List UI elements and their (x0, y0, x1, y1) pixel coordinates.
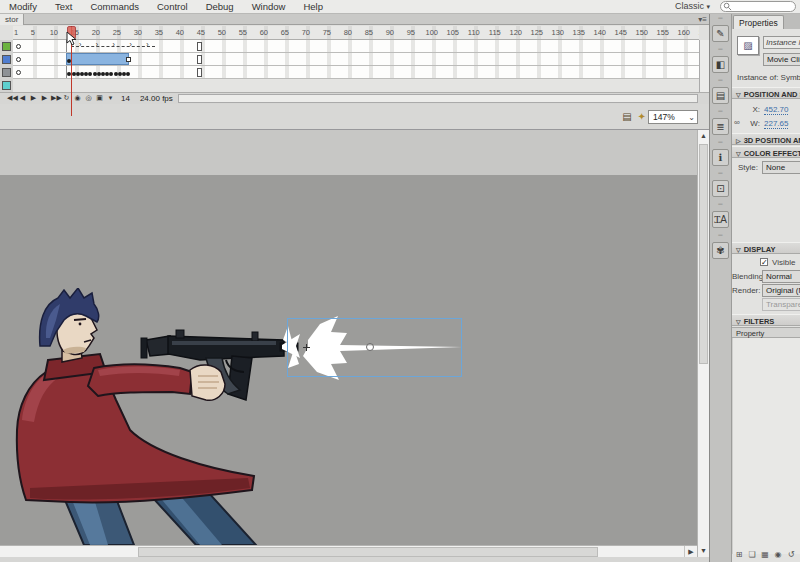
timeline-horizontal-scrollbar[interactable] (178, 94, 698, 103)
ruler-frame-35: 35 (151, 28, 167, 37)
frame-row-layer3[interactable] (13, 66, 699, 79)
add-filter-button[interactable]: ⊞ (734, 550, 744, 559)
ruler-frame-30: 30 (130, 28, 146, 37)
section-filters[interactable]: ▽FILTERS (732, 314, 800, 326)
menu-commands[interactable]: Commands (81, 1, 148, 12)
span-end-bracket (197, 55, 202, 64)
frame-row-layer4[interactable] (13, 79, 699, 92)
layer-outline-swatch-3[interactable] (2, 68, 11, 77)
color-panel-icon[interactable]: ◧ (712, 56, 729, 73)
transformation-point[interactable] (366, 343, 374, 351)
ruler-frame-120: 120 (508, 28, 524, 37)
render-select[interactable]: Original (N (762, 284, 800, 297)
frame-row-layer1[interactable]: ››››› (13, 40, 699, 53)
edit-scene-button[interactable]: ▤ (622, 111, 631, 122)
section-color-effect[interactable]: ▽COLOR EFFECT (732, 146, 800, 158)
selected-frame-span[interactable] (66, 53, 129, 65)
chevron-down-icon: ⌄ (688, 111, 695, 124)
ruler-frame-45: 45 (193, 28, 209, 37)
clipboard-button[interactable]: ▦ (760, 550, 770, 559)
edit-multiple-frames-button[interactable]: ▣ (94, 93, 105, 103)
section-position-size[interactable]: ▽POSITION AND SIZE (732, 87, 800, 99)
selection-bounding-box[interactable] (287, 318, 462, 377)
w-value[interactable]: 227.65 (764, 119, 788, 129)
deco-brush-icon[interactable]: ✎ (712, 25, 729, 42)
symbol-thumbnail[interactable]: ▨ (737, 36, 759, 55)
stage-horizontal-scrollbar[interactable]: ▶ (0, 545, 697, 557)
ruler-frame-125: 125 (529, 28, 545, 37)
menu-modify[interactable]: Modify (0, 1, 46, 12)
step-forward-button[interactable]: ▶ (39, 93, 50, 103)
menu-control[interactable]: Control (148, 1, 197, 12)
frame-rate[interactable]: 24.00 fps (140, 94, 173, 103)
search-input[interactable] (720, 1, 796, 12)
layer-outline-swatch-2[interactable] (2, 55, 11, 64)
vscroll-up-arrow[interactable]: ▲ (698, 130, 709, 142)
blending-select[interactable]: Normal (762, 270, 800, 283)
layer-outline-swatch-1[interactable] (2, 42, 11, 51)
hscroll-thumb[interactable] (138, 547, 598, 557)
tab-properties[interactable]: Properties (733, 15, 784, 29)
ruler-frame-85: 85 (361, 28, 377, 37)
first-frame-button[interactable]: ◀◀ (6, 93, 17, 103)
menu-window[interactable]: Window (243, 1, 295, 12)
menu-bar: ModifyTextCommandsControlDebugWindowHelp… (0, 0, 800, 14)
onion-outline-button[interactable]: ◎ (83, 93, 94, 103)
instance-name-field[interactable]: Instance N (763, 36, 800, 49)
ruler-frame-160: 160 (676, 28, 692, 37)
ruler-frame-60: 60 (256, 28, 272, 37)
frame-row-layer2[interactable] (13, 53, 699, 66)
section-3d-position[interactable]: ▷3D POSITION AND VI (732, 133, 800, 145)
vscroll-thumb[interactable] (699, 144, 708, 364)
document-tab[interactable]: stor (0, 14, 24, 25)
properties-panel: Properties ▨ Instance N Movie Clip Insta… (732, 14, 800, 562)
filters-list[interactable] (732, 338, 800, 554)
reset-filter-button[interactable]: ↺ (786, 550, 796, 559)
section-display[interactable]: ▽DISPLAY (732, 242, 800, 254)
x-value[interactable]: 452.70 (764, 105, 788, 115)
enable-filter-button[interactable]: ◉ (773, 550, 783, 559)
docked-panel-rail: ═✎═◧═▤═≣═ℹ═⊡═ꞮA═✾ (709, 14, 732, 562)
document-tab-strip: stor ▾≡ (0, 14, 710, 25)
modify-markers-button[interactable]: ▾ (105, 93, 116, 103)
stage-vertical-scrollbar[interactable]: ▲ ▼ (697, 130, 709, 557)
step-back-button[interactable]: ◀ (17, 93, 28, 103)
instance-of-value: Symbol 2 (781, 73, 800, 82)
library-panel-icon[interactable]: ▤ (712, 87, 729, 104)
ruler-frame-140: 140 (592, 28, 608, 37)
transform-panel-icon[interactable]: ⊡ (712, 180, 729, 197)
layer-outline-swatch-4[interactable] (2, 81, 11, 90)
menu-text[interactable]: Text (46, 1, 81, 12)
align-panel-icon[interactable]: ≣ (712, 118, 729, 135)
hscroll-right-arrow[interactable]: ▶ (684, 546, 697, 557)
timeline-ruler[interactable]: 1510152025303540455055606570758085909510… (13, 26, 699, 40)
menu-debug[interactable]: Debug (197, 1, 243, 12)
keyframe-dot (88, 72, 92, 76)
transparent-select: Transparen (762, 298, 800, 311)
timeline-frames[interactable]: ››››› (13, 40, 699, 92)
vscroll-down-arrow[interactable]: ▼ (698, 545, 709, 557)
ruler-frame-75: 75 (319, 28, 335, 37)
info-panel-icon[interactable]: ℹ (712, 149, 729, 166)
code-snippets-icon[interactable]: ꞮA (712, 211, 729, 228)
visible-checkbox[interactable]: ✓ (760, 258, 768, 266)
x-label: X: (746, 105, 760, 114)
stage-viewport[interactable] (0, 130, 697, 545)
timeline-panel: 1510152025303540455055606570758085909510… (0, 25, 710, 103)
menu-help[interactable]: Help (294, 1, 332, 12)
zoom-level-select[interactable]: 147% ⌄ (648, 110, 698, 124)
blending-label: Blending: (732, 272, 758, 281)
lock-constrain-icon[interactable]: ∞ (734, 118, 740, 127)
edit-symbol-button[interactable]: ✦ (638, 111, 646, 122)
timeline-panel-menu-icon[interactable]: ▾≡ (698, 15, 707, 24)
motion-editor-icon[interactable]: ✾ (712, 242, 729, 259)
play-button[interactable]: ▶ (28, 93, 39, 103)
style-select[interactable]: None (762, 161, 800, 174)
flash-application-window: ModifyTextCommandsControlDebugWindowHelp… (0, 0, 800, 562)
onion-skin-button[interactable]: ◉ (72, 93, 83, 103)
last-frame-button[interactable]: ▶▶ (50, 93, 61, 103)
filters-toolbar: ⊞❏▦◉↺⊖ (734, 550, 800, 559)
symbol-type-select[interactable]: Movie Clip (763, 53, 800, 66)
workspace-switcher[interactable]: Classic ▾ (675, 1, 710, 11)
presets-button[interactable]: ❏ (747, 550, 757, 559)
